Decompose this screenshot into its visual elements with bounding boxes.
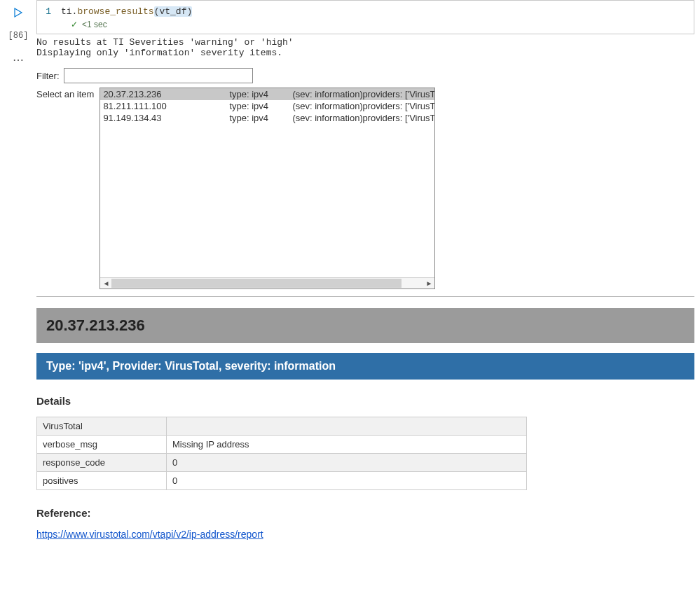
select-listing[interactable]: 20.37.213.236type: ipv4(sev: information… (100, 88, 434, 277)
cell-more-icon[interactable]: ⋯ (0, 53, 36, 67)
cell-status: ✓ <1 sec (37, 20, 694, 34)
widget-area: Filter: Select an item 20.37.213.236type… (36, 68, 694, 540)
list-item[interactable]: 81.211.111.100type: ipv4(sev: informatio… (100, 100, 434, 112)
table-value: 0 (167, 472, 527, 490)
hscroll-track[interactable] (111, 278, 423, 289)
filter-label: Filter: (36, 71, 60, 81)
result-type-bar: Type: 'ipv4', Provider: VirusTotal, seve… (36, 353, 694, 380)
list-item-ip: 20.37.213.236 (103, 88, 229, 100)
list-item-sev: (sev: information) (292, 100, 362, 112)
table-row: positives0 (37, 472, 527, 490)
cell-gutter: [86] ⋯ (0, 0, 36, 540)
result-ip-header: 20.37.213.236 (36, 308, 694, 343)
table-row: VirusTotal (37, 417, 527, 436)
table-value (167, 417, 527, 436)
list-item-prov: providers: ['VirusTo (362, 88, 434, 100)
table-row: response_code0 (37, 454, 527, 472)
list-item-type: type: ipv4 (229, 88, 278, 100)
select-listbox[interactable]: 20.37.213.236type: ipv4(sev: information… (99, 88, 435, 289)
code-prefix: ti. (61, 6, 77, 17)
scroll-left-icon[interactable]: ◄ (100, 279, 111, 287)
list-item-prov: providers: ['VirusTo (362, 112, 434, 124)
list-item-ip: 91.149.134.43 (103, 112, 229, 124)
check-icon: ✓ (71, 20, 78, 29)
select-label: Select an item (36, 88, 94, 99)
line-number: 1 (44, 6, 61, 17)
code-arg: (vt_df) (154, 6, 193, 17)
table-row: verbose_msgMissing IP address (37, 436, 527, 454)
notebook-cell: [86] ⋯ 1 ti.browse_results(vt_df) ✓ <1 s… (0, 0, 700, 540)
list-item-gap (278, 88, 292, 100)
cell-main: 1 ti.browse_results(vt_df) ✓ <1 sec No r… (36, 0, 700, 540)
filter-input[interactable] (64, 68, 253, 83)
list-item[interactable]: 91.149.134.43type: ipv4(sev: information… (100, 112, 434, 124)
list-item-gap (278, 112, 292, 124)
exec-time: <1 sec (82, 20, 107, 29)
execution-count: [86] (0, 31, 36, 41)
hscroll-thumb[interactable] (111, 279, 402, 288)
table-value: Missing IP address (167, 436, 527, 454)
select-row: Select an item 20.37.213.236type: ipv4(s… (36, 88, 694, 289)
reference-link[interactable]: https://www.virustotal.com/vtapi/v2/ip-a… (36, 529, 263, 540)
details-heading: Details (36, 395, 694, 407)
output-line-1: No results at TI Severities 'warning' or… (36, 37, 294, 48)
hscrollbar[interactable]: ◄ ► (100, 277, 434, 288)
output-text: No results at TI Severities 'warning' or… (36, 34, 694, 65)
list-item[interactable]: 20.37.213.236type: ipv4(sev: information… (100, 88, 434, 100)
list-item-gap (278, 100, 292, 112)
table-key: verbose_msg (37, 436, 167, 454)
code-call: browse_results (77, 6, 153, 17)
list-item-sev: (sev: information) (292, 112, 362, 124)
code-text[interactable]: ti.browse_results(vt_df) (61, 6, 192, 17)
details-table: VirusTotalverbose_msgMissing IP addressr… (36, 417, 527, 490)
reference-heading: Reference: (36, 507, 694, 519)
list-item-type: type: ipv4 (229, 112, 278, 124)
output-line-2: Displaying only 'information' severity i… (36, 48, 282, 58)
filter-row: Filter: (36, 68, 694, 83)
table-key: positives (37, 472, 167, 490)
divider (36, 296, 694, 297)
table-key: response_code (37, 454, 167, 472)
run-cell-icon[interactable] (0, 7, 36, 18)
list-item-sev: (sev: information) (292, 88, 362, 100)
svg-marker-0 (15, 8, 22, 17)
list-item-type: type: ipv4 (229, 100, 278, 112)
code-line[interactable]: 1 ti.browse_results(vt_df) (37, 1, 694, 20)
list-item-prov: providers: ['VirusTo (362, 100, 434, 112)
scroll-right-icon[interactable]: ► (423, 279, 434, 287)
list-item-ip: 81.211.111.100 (103, 100, 229, 112)
table-key: VirusTotal (37, 417, 167, 436)
code-cell[interactable]: 1 ti.browse_results(vt_df) ✓ <1 sec (36, 0, 694, 34)
table-value: 0 (167, 454, 527, 472)
